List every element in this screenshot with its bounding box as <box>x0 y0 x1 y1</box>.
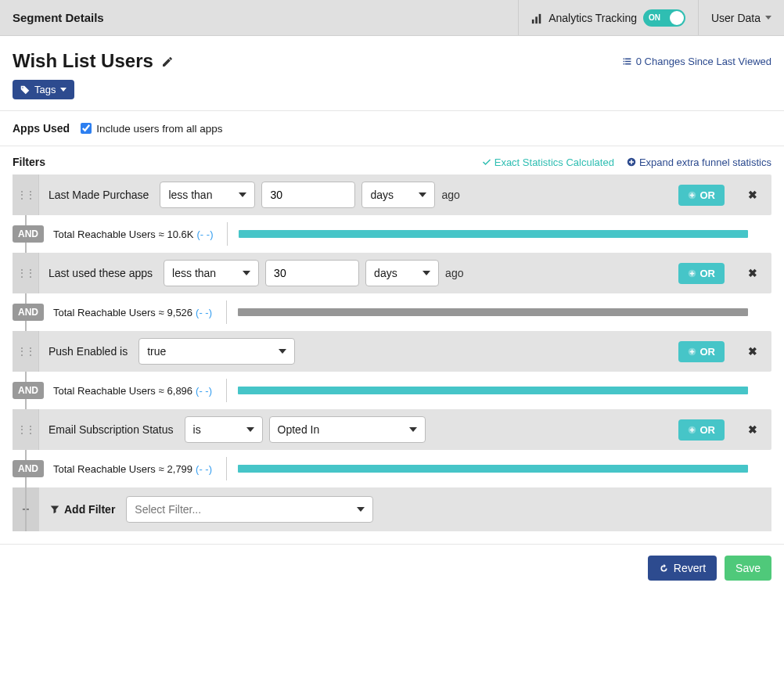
or-label: OR <box>700 268 716 279</box>
filter-unit-select[interactable]: days <box>365 260 439 286</box>
caret-down-icon <box>246 427 254 432</box>
caret-down-icon <box>409 427 417 432</box>
or-button[interactable]: OR <box>678 419 725 441</box>
filters-header: Filters Exact Statistics Calculated Expa… <box>0 146 784 174</box>
caret-down-icon <box>279 349 286 354</box>
reachable-bar-track <box>239 230 748 238</box>
filter-stat-row: AND Total Reachable Users ≈ 10.6K (- -) <box>13 215 771 253</box>
plus-circle-icon <box>688 269 696 278</box>
filters-label: Filters <box>13 156 45 168</box>
reachable-text: Total Reachable Users ≈ 2,799 (- -) <box>53 463 212 475</box>
or-button[interactable]: OR <box>678 185 725 206</box>
drag-handle[interactable]: ⋮⋮ <box>13 409 39 450</box>
filter-row: ⋮⋮ Email Subscription Status is Opted In… <box>13 409 771 450</box>
app-header: Segment Details Analytics Tracking ON Us… <box>0 0 784 36</box>
filter-second-value: Opted In <box>278 423 320 436</box>
filter-value-input[interactable] <box>261 182 355 208</box>
reachable-diff-link[interactable]: (- -) <box>197 228 214 240</box>
revert-button[interactable]: Revert <box>648 556 717 581</box>
filter-stat-row: AND Total Reachable Users ≈ 9,526 (- -) <box>13 293 771 331</box>
ago-label: ago <box>441 189 459 201</box>
filter-label: Last used these apps <box>49 267 153 279</box>
filter-operator-value: less than <box>168 189 212 201</box>
tracking-label: Analytics Tracking <box>548 12 637 24</box>
filter-operator-value: less than <box>172 267 216 279</box>
plus-circle-icon <box>627 157 636 167</box>
filter-operator-select[interactable]: true <box>138 338 295 365</box>
remove-filter-icon[interactable]: ✖ <box>734 345 771 358</box>
and-badge: AND <box>13 382 44 399</box>
filter-value-select[interactable]: Opted In <box>269 416 426 443</box>
plus-circle-icon <box>688 426 696 434</box>
user-data-label: User Data <box>711 12 761 24</box>
or-label: OR <box>700 189 716 201</box>
drag-handle[interactable]: ⋮⋮ <box>13 174 39 215</box>
user-data-menu[interactable]: User Data <box>698 0 784 35</box>
remove-filter-icon[interactable]: ✖ <box>734 189 771 201</box>
drag-handle[interactable]: ⋮⋮ <box>13 253 39 293</box>
chevron-down-icon <box>765 16 771 20</box>
exact-stats-text: Exact Statistics Calculated <box>494 156 614 168</box>
filter-stat-row: AND Total Reachable Users ≈ 2,799 (- -) <box>13 450 771 487</box>
add-filter-text: Add Filter <box>64 503 115 516</box>
reachable-bar-fill <box>239 230 748 238</box>
or-button[interactable]: OR <box>678 341 725 362</box>
filter-operator-select[interactable]: less than <box>160 182 255 208</box>
footer-bar: Revert Save <box>0 544 784 592</box>
add-filter-select[interactable]: Select Filter... <box>126 496 373 523</box>
reachable-prefix: Total Reachable Users ≈ <box>53 463 164 475</box>
remove-filter-icon[interactable]: ✖ <box>734 423 771 436</box>
exact-stats-indicator: Exact Statistics Calculated <box>482 156 614 168</box>
save-button[interactable]: Save <box>725 556 771 581</box>
separator <box>226 379 227 402</box>
expand-funnel-text: Expand extra funnel statistics <box>639 156 771 168</box>
revert-icon <box>659 563 669 574</box>
edit-name-icon[interactable] <box>161 54 174 67</box>
reachable-text: Total Reachable Users ≈ 9,526 (- -) <box>53 307 212 318</box>
reachable-value: 6,896 <box>167 385 193 397</box>
plus-circle-icon <box>688 191 696 200</box>
include-all-apps[interactable]: Include users from all apps <box>81 123 222 135</box>
apps-used-row: Apps Used Include users from all apps <box>0 111 784 146</box>
drag-handle[interactable]: ⋮⋮ <box>13 331 39 372</box>
filter-unit-value: days <box>370 189 394 201</box>
and-badge: AND <box>13 304 44 321</box>
or-button[interactable]: OR <box>678 263 725 284</box>
filter-row: ⋮⋮ Last used these apps less than days a… <box>13 253 771 293</box>
apps-used-label: Apps Used <box>13 122 70 135</box>
tags-button[interactable]: Tags <box>13 80 74 99</box>
reachable-text: Total Reachable Users ≈ 10.6K (- -) <box>53 228 213 240</box>
svg-rect-1 <box>535 16 538 23</box>
filter-operator-select[interactable]: is <box>185 416 263 443</box>
filter-row: ⋮⋮ Push Enabled is true OR ✖ <box>13 331 771 372</box>
filter-stat-row: AND Total Reachable Users ≈ 6,896 (- -) <box>13 372 771 409</box>
reachable-bar-fill <box>238 308 748 316</box>
and-badge: AND <box>13 225 44 243</box>
reachable-bar-track <box>238 308 748 316</box>
check-icon <box>482 157 491 167</box>
reachable-text: Total Reachable Users ≈ 6,896 (- -) <box>53 385 212 397</box>
filter-label: Push Enabled is <box>49 345 128 358</box>
filter-operator-select[interactable]: less than <box>164 260 259 286</box>
caret-down-icon <box>357 507 365 512</box>
reachable-diff-link[interactable]: (- -) <box>196 463 212 475</box>
add-filter-placeholder: Select Filter... <box>135 503 201 516</box>
filter-value-input[interactable] <box>265 260 359 286</box>
include-all-apps-checkbox[interactable] <box>81 123 92 134</box>
reachable-diff-link[interactable]: (- -) <box>196 385 212 397</box>
changes-since-link[interactable]: 0 Changes Since Last Viewed <box>622 56 771 67</box>
expand-funnel-link[interactable]: Expand extra funnel statistics <box>627 156 771 168</box>
filter-row: ⋮⋮ Last Made Purchase less than days ago… <box>13 174 771 215</box>
filter-operator-value: true <box>147 345 166 358</box>
reachable-bar-fill <box>238 387 748 394</box>
filter-unit-select[interactable]: days <box>361 182 435 208</box>
reachable-prefix: Total Reachable Users ≈ <box>53 307 164 318</box>
filter-unit-value: days <box>374 267 397 279</box>
reachable-diff-link[interactable]: (- -) <box>196 307 212 318</box>
or-label: OR <box>700 346 716 358</box>
tracking-toggle[interactable]: ON <box>643 9 685 27</box>
save-label: Save <box>735 562 761 574</box>
segment-title-row: Wish List Users 0 Changes Since Last Vie… <box>0 36 784 80</box>
remove-filter-icon[interactable]: ✖ <box>734 267 771 279</box>
caret-down-icon <box>243 271 250 275</box>
